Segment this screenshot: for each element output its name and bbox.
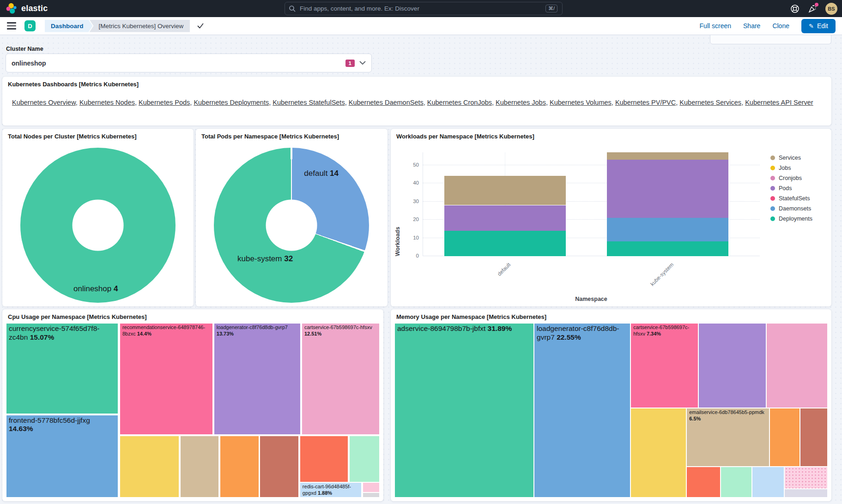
legend-dot-icon: [770, 216, 775, 221]
dashboard-link[interactable]: Kubernetes Services: [679, 99, 741, 106]
dashboard-link[interactable]: Kubernetes API Server: [745, 99, 813, 106]
dashboard-link[interactable]: Kubernetes DaemonSets: [349, 99, 424, 106]
cluster-name-select[interactable]: onlineshop 1: [6, 54, 372, 72]
edit-button[interactable]: ✎ Edit: [801, 19, 836, 33]
slice-label: default 14: [304, 169, 339, 178]
treemap-tile[interactable]: frontend-5778bfc56d-jjfxg 14.63%: [6, 415, 118, 498]
bar-segment-deployments[interactable]: [444, 231, 566, 256]
bar-segment-pods[interactable]: [607, 160, 728, 218]
treemap-tile[interactable]: cartservice-67b598697c-hfsxv 12.51%: [302, 323, 380, 435]
dashboard-link[interactable]: Kubernetes Overview: [12, 99, 76, 106]
treemap-tile[interactable]: [300, 436, 348, 482]
treemap-tile[interactable]: redis-cart-96d48485f-gpgxd 1.88%: [300, 482, 362, 498]
treemap-tile[interactable]: [800, 408, 828, 466]
bar-segment-deployments[interactable]: [607, 241, 728, 256]
treemap-tile[interactable]: [698, 323, 766, 408]
search-shortcut-badge: ⌘/: [545, 5, 557, 12]
y-axis-line: [423, 152, 423, 256]
legend-item-cronjobs[interactable]: Cronjobs: [770, 175, 802, 181]
legend-item-deployments[interactable]: Deployments: [770, 216, 812, 222]
treemap-tile[interactable]: [752, 467, 784, 498]
treemap-tile[interactable]: loadgenerator-c8f76d8db-gvrp7 13.73%: [214, 323, 301, 435]
share-button[interactable]: Share: [743, 22, 760, 30]
pods-donut-chart[interactable]: default 14kube-system 32: [196, 129, 388, 306]
full-screen-button[interactable]: Full screen: [700, 22, 731, 30]
dashboard-link[interactable]: Kubernetes Nodes: [79, 99, 135, 106]
legend-dot-icon: [770, 196, 775, 201]
treemap-tile[interactable]: [120, 436, 179, 498]
dashboard-link[interactable]: Kubernetes StatefulSets: [273, 99, 345, 106]
saved-check-icon[interactable]: [196, 22, 205, 30]
y-tick-label: 0: [401, 253, 419, 258]
help-icon[interactable]: [790, 4, 800, 13]
y-tick-label: 10: [401, 235, 419, 240]
header-actions: BS: [790, 0, 837, 17]
treemap-tile[interactable]: [180, 436, 219, 498]
legend-label: Cronjobs: [779, 175, 802, 181]
legend-item-pods[interactable]: Pods: [770, 185, 792, 192]
treemap-tile[interactable]: [766, 323, 828, 408]
dashboard-link[interactable]: Kubernetes CronJobs: [427, 99, 492, 106]
legend-item-daemonsets[interactable]: Daemonsets: [770, 205, 811, 212]
treemap-tile[interactable]: loadgenerator-c8f76d8db-gvrp7 22.55%: [534, 323, 630, 498]
panel-title: Workloads per Namespace [Metrics Kuberne…: [396, 133, 534, 140]
treemap-tile[interactable]: emailservice-6db78645b5-ppmdk 6.5%: [686, 408, 769, 466]
legend-item-jobs[interactable]: Jobs: [770, 165, 791, 171]
bar-segment-pods[interactable]: [444, 205, 566, 231]
treemap-tile[interactable]: [784, 467, 828, 489]
treemap-tile[interactable]: [220, 436, 259, 498]
treemap-tile[interactable]: currencyservice-574f65d7f8-zc4bn 15.07%: [6, 323, 118, 414]
treemap-tile[interactable]: cartservice-67b598697c-hfsxv 7.34%: [630, 323, 698, 408]
treemap-tile[interactable]: recommendationservice-648978746-8bzxc 14…: [120, 323, 213, 435]
bar-segment-services[interactable]: [607, 152, 728, 160]
dashboard-link[interactable]: Kubernetes Deployments: [194, 99, 269, 106]
dashboard-link[interactable]: Kubernetes Jobs: [496, 99, 546, 106]
treemap-tile[interactable]: adservice-8694798b7b-jbfxt 31.89%: [394, 323, 534, 498]
breadcrumb-dashboard[interactable]: Dashboard: [45, 20, 93, 32]
bar-segment-services[interactable]: [444, 176, 566, 205]
legend-item-services[interactable]: Services: [770, 155, 801, 161]
total-pods-panel: Total Pods per Namespace [Metrics Kubern…: [196, 129, 388, 306]
treemap-tile[interactable]: [363, 492, 380, 498]
nodes-donut-chart[interactable]: onlineshop 4: [2, 129, 194, 306]
tile-label: redis-cart-96d48485f-gpgxd 1.88%: [300, 483, 361, 498]
treemap-tile[interactable]: [686, 467, 721, 498]
x-axis-title: Namespace: [423, 296, 760, 302]
treemap-tile[interactable]: [349, 436, 380, 482]
treemap-tile[interactable]: [260, 436, 299, 498]
tile-label: currencyservice-574f65d7f8-zc4bn 15.07%: [6, 324, 118, 342]
tile-label: loadgenerator-c8f76d8db-gvrp7 22.55%: [534, 324, 630, 342]
elastic-logo-icon[interactable]: [6, 3, 18, 15]
menu-hamburger-icon[interactable]: [7, 22, 16, 29]
treemap-tile[interactable]: [630, 408, 686, 498]
donut[interactable]: onlineshop 4: [20, 148, 176, 303]
panel-title: Total Nodes per Cluster [Metrics Kuberne…: [8, 133, 137, 140]
legend-item-statefulsets[interactable]: StatefulSets: [770, 195, 810, 202]
user-avatar[interactable]: BS: [825, 3, 837, 15]
dashboard-app-tile[interactable]: D: [24, 20, 36, 31]
dashboard-link[interactable]: Kubernetes Pods: [139, 99, 190, 106]
treemap-tile[interactable]: [769, 408, 800, 466]
legend-label: StatefulSets: [779, 195, 810, 202]
treemap-tile[interactable]: [784, 489, 828, 498]
chevron-down-icon: [359, 61, 366, 65]
tile-label: emailservice-6db78645b5-ppmdk 6.5%: [687, 408, 769, 423]
legend-label: Services: [779, 155, 801, 161]
dashboard-link[interactable]: Kubernetes PV/PVC: [615, 99, 676, 106]
tile-label: recommendationservice-648978746-8bzxc 14…: [120, 324, 212, 338]
panel-title: Kubernetes Dashboards [Metrics Kubernete…: [8, 81, 139, 88]
donut[interactable]: default 14kube-system 32: [214, 148, 369, 303]
news-feed-icon[interactable]: [808, 4, 817, 13]
treemap-tile[interactable]: [721, 467, 752, 498]
legend-dot-icon: [770, 166, 775, 170]
bar-segment-daemonsets[interactable]: [607, 218, 728, 241]
total-nodes-panel: Total Nodes per Cluster [Metrics Kuberne…: [2, 129, 194, 306]
filter-label: Cluster Name: [6, 46, 43, 52]
selection-count-badge: 1: [345, 60, 355, 67]
clone-button[interactable]: Clone: [772, 22, 789, 30]
legend-dot-icon: [770, 176, 775, 180]
treemap-tile[interactable]: [363, 482, 380, 492]
global-search-input[interactable]: Find apps, content, and more. Ex: Discov…: [285, 2, 563, 15]
dashboard-link[interactable]: Kubernetes Volumes: [550, 99, 612, 106]
brand: elastic: [0, 3, 48, 15]
